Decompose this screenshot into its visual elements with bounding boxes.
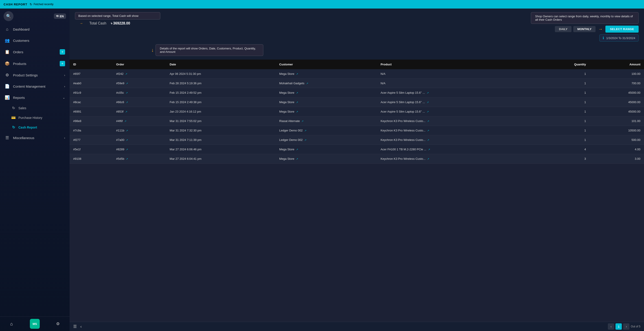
sidebar-item-customers[interactable]: 👥 Customers [0,35,70,46]
total-cash-value: ৳ 369228.00 [111,21,130,25]
monthly-range-button[interactable]: MONTHLY [573,26,596,32]
sidebar-item-content-management[interactable]: 📄 Content Management › [0,81,70,92]
cell-date: Mar 31 2024 7:55:02 pm [166,116,276,126]
cell-quantity: 1 [536,98,590,107]
table-row: #eab0 #59e9 ↗ Feb 28 2024 5:19:36 pm Moh… [70,79,644,88]
sidebar-item-cash-report[interactable]: ↻ Cash Report [0,123,70,132]
hamburger-button[interactable]: ☰ [73,324,77,329]
col-date: Date [166,60,276,69]
dashboard-icon: ⌂ [4,27,10,32]
cell-date: Apr 06 2024 5:31:30 pm [166,69,276,79]
customer-external-link[interactable]: ↗ [304,129,306,132]
product-external-link[interactable]: ↗ [427,101,429,104]
order-external-link[interactable]: ↗ [126,92,128,94]
customer-external-link[interactable]: ↗ [302,120,304,123]
chevron-down-icon: ⌄ [63,96,65,99]
cell-quantity: 1 [536,116,590,126]
cell-date: Mar 31 2024 7:32:30 pm [166,126,276,135]
table-row: #6991 #853f ↗ Jan 23 2024 4:16:12 pm Meg… [70,107,644,116]
col-quantity: Quantity [536,60,590,69]
cell-date: Feb 15 2024 2:49:52 pm [166,88,276,98]
product-settings-icon: ⚙ [4,73,10,78]
order-external-link[interactable]: ↗ [125,110,127,113]
sidebar-item-label: Products [13,62,56,66]
customer-external-link[interactable]: ↗ [306,82,308,85]
customer-external-link[interactable]: ↗ [296,92,298,94]
cell-quantity: 1 [536,107,590,116]
order-external-link[interactable]: ↗ [126,129,128,132]
cell-customer: Mega Store ↗ [276,145,377,154]
search-button[interactable]: 🔍 [4,11,14,21]
select-range-button[interactable]: SELECT RANGE [606,26,638,33]
product-external-link[interactable]: ↗ [427,129,429,132]
cash-report-icon: ↻ [11,125,16,129]
customer-external-link[interactable]: ↗ [296,110,298,113]
cell-amount: 100.00 [590,69,644,79]
product-external-link[interactable]: ↗ [427,120,429,123]
home-button[interactable]: ⌂ [7,319,16,329]
product-external-link[interactable]: ↗ [428,148,430,151]
product-external-link[interactable]: ↗ [427,139,429,141]
add-product-button[interactable]: + [60,61,65,66]
cell-order: #853f ↗ [113,107,166,116]
sidebar-item-miscellaneous[interactable]: ☰ Miscellaneous › [0,132,70,143]
lang-code: EN [60,15,64,18]
page-title: CASH REPORT [4,3,28,6]
cell-id: #91c9 [70,88,113,98]
product-external-link[interactable]: ↗ [427,92,429,94]
total-cash-annotation: Based on selected range, Total Cash will… [75,12,160,20]
table-row: #65f7 #f242 ↗ Apr 06 2024 5:31:30 pm Meg… [70,69,644,79]
cell-customer: Mohakhali Gadgets ↗ [276,79,377,88]
customer-external-link[interactable]: ↗ [296,158,298,160]
col-id: ID [70,60,113,69]
customer-external-link[interactable]: ↗ [296,101,298,104]
order-external-link[interactable]: ↗ [126,82,128,85]
sidebar-item-products[interactable]: 📦 Products + [0,58,70,70]
order-external-link[interactable]: ↗ [126,158,128,160]
table-row: #9108 #5d5b ↗ Mar 27 2024 6:04:41 pm Meg… [70,154,644,164]
customer-external-link[interactable]: ↗ [296,73,298,75]
next-page-button[interactable]: › [623,323,630,330]
table-row: #98e8 #4f6f ↗ Mar 31 2024 7:55:02 pm Ria… [70,116,644,126]
sidebar-item-sales[interactable]: ↻ Sales [0,103,70,113]
cell-order: #c05c ↗ [113,88,166,98]
cell-amount: 700.00 [590,79,644,88]
table-row: #7c9a #111b ↗ Mar 31 2024 7:32:30 pm Led… [70,126,644,135]
sidebar-item-orders[interactable]: 📋 Orders + [0,46,70,58]
cell-id: #9108 [70,154,113,164]
cell-order: #4f6f ↗ [113,116,166,126]
order-external-link[interactable]: ↗ [126,139,128,141]
table-row: #5e1f #8289 ↗ Mar 27 2024 6:06:46 pm Meg… [70,145,644,154]
daily-range-button[interactable]: DAILY [555,26,572,32]
settings-button[interactable]: ⚙ [53,319,63,329]
ms-badge-button[interactable]: MS [30,319,40,329]
order-external-link[interactable]: ↗ [126,148,128,151]
product-external-link[interactable]: ↗ [427,110,429,113]
product-external-link[interactable]: ↗ [427,158,429,160]
order-external-link[interactable]: ↗ [126,101,128,104]
sidebar-item-label: Purchase History [18,116,42,120]
cell-product: Acer FA100 1 TB M.2-2280 PCle ... ↗ [377,145,536,154]
order-external-link[interactable]: ↗ [124,120,126,123]
bottom-bar: ☰ ‹ ‹ 1 › Out of 5 [70,322,644,331]
report-header: Based on selected range, Total Cash will… [70,9,644,60]
cell-order: #f242 ↗ [113,69,166,79]
sidebar-item-purchase-history[interactable]: 💳 Purchase History [0,113,70,123]
add-order-button[interactable]: + [60,49,65,55]
back-button[interactable]: ‹ [80,324,82,329]
cell-date: Mar 27 2024 6:04:41 pm [166,154,276,164]
sidebar-item-reports[interactable]: 📊 Reports ⌄ [0,92,70,103]
orders-icon: 📋 [4,50,10,54]
language-switcher[interactable]: বাং EN [54,14,66,19]
order-external-link[interactable]: ↗ [125,73,127,75]
cell-amount: 4.00 [590,145,644,154]
range-controls: DAILY MONTHLY → SELECT RANGE [555,26,638,33]
sync-status: ↻ Fetched recently [30,3,54,6]
sidebar-item-dashboard[interactable]: ⌂ Dashboard [0,24,70,35]
table-row: #8cac #66c6 ↗ Feb 15 2024 2:49:38 pm Meg… [70,98,644,107]
prev-page-button[interactable]: ‹ [608,323,614,330]
customer-external-link[interactable]: ↗ [296,148,298,151]
sidebar-item-product-settings[interactable]: ⚙ Product Settings › [0,70,70,81]
settings-icon: ⚙ [56,321,60,326]
customer-external-link[interactable]: ↗ [304,139,306,141]
